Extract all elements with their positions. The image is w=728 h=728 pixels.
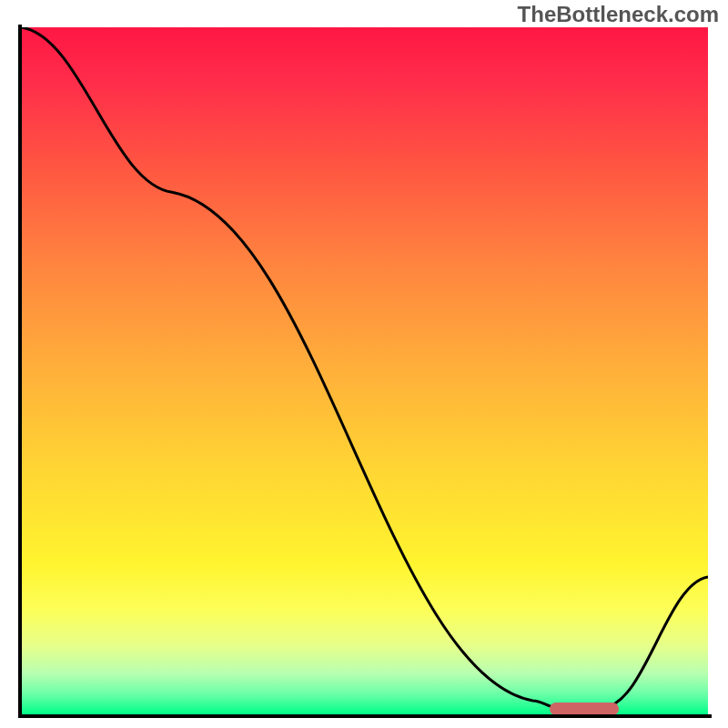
optimal-range-marker xyxy=(550,703,619,715)
chart-container: TheBottleneck.com xyxy=(0,0,728,728)
x-axis xyxy=(18,714,712,718)
watermark-text: TheBottleneck.com xyxy=(518,2,719,27)
bottleneck-curve xyxy=(21,27,708,707)
y-axis xyxy=(18,25,22,718)
curve-layer xyxy=(21,27,708,714)
plot-area xyxy=(21,27,708,714)
